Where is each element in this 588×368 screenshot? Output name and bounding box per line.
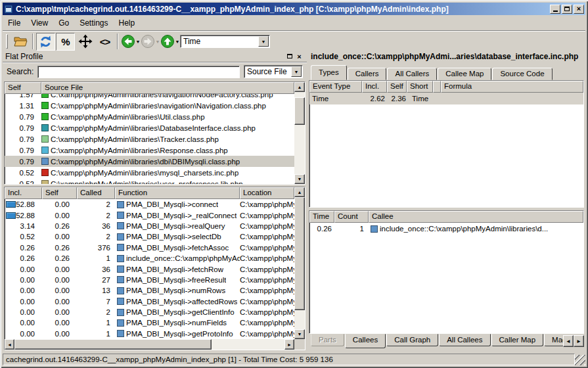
tab-caller-map[interactable]: Caller Map — [491, 334, 544, 346]
maximize-button[interactable] — [562, 5, 572, 14]
callee-table-header-callee[interactable]: Callee — [369, 211, 583, 223]
minimize-button[interactable] — [550, 5, 560, 14]
search-input[interactable] — [37, 66, 240, 78]
callee-row[interactable]: 0.261include_once::C:\xampp\phpMyAdmin\l… — [309, 223, 583, 235]
function-table-header-called[interactable]: Called — [77, 187, 115, 199]
event-table-header-incl-[interactable]: Incl. — [362, 81, 387, 93]
incl-cost-value: 0.00 — [20, 276, 35, 284]
function-row[interactable]: 0.000.0027PMA_DBI_Mysqli->freeResultC:\x… — [5, 275, 294, 285]
tab-types[interactable]: Types — [311, 65, 347, 80]
function-table-header-incl-[interactable]: Incl. — [5, 187, 42, 199]
tab-callees[interactable]: Callees — [345, 334, 386, 348]
up-button[interactable]: ▼ — [160, 33, 179, 51]
event-table-header-short[interactable]: Short — [407, 81, 433, 93]
function-table-header-self[interactable]: Self — [42, 187, 77, 199]
scrollbar-thumb[interactable] — [294, 97, 305, 125]
title-bar[interactable]: C:\xampp\tmp\cachegrind.out.1416463299-C… — [3, 3, 585, 15]
scrollbar-thumb[interactable] — [294, 197, 305, 310]
menu-settings[interactable]: Settings — [74, 17, 113, 29]
file-list-header-self[interactable]: Self — [5, 82, 41, 94]
event-table-header-self[interactable]: Self — [387, 81, 407, 93]
file-list-row[interactable]: 0.79C:\xampp\phpMyAdmin\libraries\Respon… — [5, 145, 294, 156]
file-list-row[interactable]: 0.79C:\xampp\phpMyAdmin\libraries\Tracke… — [5, 133, 294, 145]
scroll-left-button[interactable]: ◄ — [5, 339, 14, 350]
event-table-header-event-type[interactable]: Event Type — [309, 81, 362, 93]
toolbar-handle[interactable] — [6, 34, 8, 49]
dropdown-arrow-icon[interactable]: ▼ — [156, 39, 160, 44]
callee-table-header-time[interactable]: Time — [309, 211, 334, 223]
menu-go[interactable]: Go — [53, 17, 74, 29]
file-list-row[interactable]: 0.79C:\xampp\phpMyAdmin\libraries\Util.c… — [5, 111, 294, 122]
scroll-down-button[interactable]: ▼ — [294, 174, 305, 184]
file-list-row[interactable]: 0.79C:\xampp\phpMyAdmin\libraries\Databa… — [5, 122, 294, 133]
function-row[interactable]: 0.260.26376PMA_DBI_Mysqli->fetchAssocC:\… — [5, 242, 294, 253]
close-button[interactable]: × — [574, 5, 584, 14]
event-table-header-formula[interactable]: Formula — [441, 81, 583, 93]
event-type-row[interactable]: Time2.622.36Time — [309, 93, 583, 104]
file-list-row[interactable]: 0.52C:\xampp\phpMyAdmin\libraries\user_p… — [5, 178, 294, 184]
expand-button[interactable]: <> — [95, 33, 114, 51]
scrollbar-thumb[interactable] — [14, 339, 212, 350]
tab-machine[interactable]: Machine — [544, 334, 563, 346]
scrollbar-track[interactable] — [294, 92, 305, 174]
file-list-scrollbar[interactable]: ▲ ▼ — [294, 82, 305, 184]
resize-grip[interactable] — [575, 355, 585, 365]
float-dock-button[interactable] — [284, 52, 294, 61]
file-list-row[interactable]: 0.52C:\xampp\phpMyAdmin\libraries\mysql_… — [5, 167, 294, 178]
function-row[interactable]: 0.000.0013PMA_DBI_Mysqli->numRowsC:\xamp… — [5, 285, 294, 296]
tab-callers[interactable]: Callers — [348, 68, 387, 80]
tab-call-graph[interactable]: Call Graph — [386, 334, 438, 346]
chevron-down-icon[interactable]: ▼ — [291, 66, 302, 77]
back-button[interactable]: ▼ — [121, 33, 140, 51]
scrollbar-track[interactable] — [14, 339, 284, 350]
tab-scroll-right-button[interactable]: ► — [574, 335, 584, 347]
function-row[interactable]: 3.140.2636PMA_DBI_Mysqli->realQueryC:\xa… — [5, 221, 294, 231]
location-value: C:\xampp\phpMyA — [240, 287, 294, 294]
dropdown-arrow-icon[interactable]: ▼ — [136, 39, 141, 44]
menu-view[interactable]: View — [26, 17, 53, 29]
function-table-header-function[interactable]: Function — [115, 187, 240, 199]
function-row[interactable]: 0.000.0036PMA_DBI_Mysqli->fetchRowC:\xam… — [5, 264, 294, 274]
file-list-header-source-file[interactable]: Source File — [41, 82, 294, 94]
function-row[interactable]: 0.000.007PMA_DBI_Mysqli->affectedRowsC:\… — [5, 296, 294, 307]
tab-scroll-left-button[interactable]: ◄ — [563, 335, 574, 347]
detach-button[interactable] — [76, 33, 95, 51]
file-list-row[interactable]: 1.31C:\xampp\phpMyAdmin\libraries\naviga… — [5, 100, 294, 111]
tab-source-code[interactable]: Source Code — [492, 68, 552, 80]
forward-button[interactable]: ▼ — [141, 33, 160, 51]
function-row[interactable]: 0.000.001PMA_DBI_Mysqli->getProtoInfoC:\… — [5, 329, 294, 339]
function-row[interactable]: 52.880.002PMA_DBI_Mysqli->_realConnectC:… — [5, 210, 294, 220]
function-row[interactable]: 52.880.002PMA_DBI_Mysqli->connectC:\xamp… — [5, 199, 294, 210]
tab-all-callers[interactable]: All Callers — [387, 68, 437, 80]
open-button[interactable] — [11, 33, 30, 51]
close-dock-button[interactable]: × — [294, 52, 304, 61]
relative-cost-button[interactable]: % — [56, 33, 75, 51]
event-type-select[interactable]: Time ▼ — [180, 35, 270, 48]
tab-callee-map[interactable]: Callee Map — [438, 68, 491, 80]
function-row[interactable]: 0.000.002PMA_DBI_Mysqli->getClientInfoC:… — [5, 307, 294, 317]
menu-help[interactable]: Help — [114, 17, 141, 29]
file-list-row[interactable]: 0.79C:\xampp\phpMyAdmin\libraries\dbi\DB… — [5, 156, 294, 167]
scroll-right-button[interactable]: ► — [284, 339, 294, 350]
called-cell: 2 — [77, 200, 115, 208]
grouping-select[interactable]: Source File ▼ — [244, 65, 303, 78]
function-table-header-location[interactable]: Location — [240, 187, 294, 199]
dropdown-arrow-icon[interactable]: ▼ — [175, 39, 180, 44]
scroll-down-button[interactable]: ▼ — [294, 329, 305, 339]
callee-table-header-count[interactable]: Count — [334, 211, 369, 223]
function-table-hscrollbar[interactable]: ◄ ► — [5, 339, 294, 350]
function-row[interactable]: 0.260.261include_once::C:\xampp\phpMyAd.… — [5, 253, 294, 264]
file-list-row[interactable]: 1.57C:\xampp\phpMyAdmin\libraries\naviga… — [5, 94, 294, 100]
scrollbar-track[interactable] — [294, 197, 305, 329]
tab-all-callees[interactable]: All Callees — [439, 334, 490, 346]
chevron-down-icon[interactable]: ▼ — [258, 36, 269, 47]
scroll-up-button[interactable]: ▲ — [294, 187, 305, 197]
scroll-up-button[interactable]: ▲ — [294, 82, 305, 92]
tab-parts[interactable]: Parts — [311, 334, 344, 346]
event-table-header-blank[interactable] — [433, 81, 441, 93]
function-row[interactable]: 0.000.001PMA_DBI_Mysqli->numFieldsC:\xam… — [5, 317, 294, 328]
function-row[interactable]: 0.520.002PMA_DBI_Mysqli->selectDbC:\xamp… — [5, 231, 294, 242]
menu-file[interactable]: File — [3, 17, 26, 29]
reload-button[interactable] — [36, 33, 55, 51]
function-table-scrollbar[interactable]: ▲ ▼ — [294, 187, 305, 339]
